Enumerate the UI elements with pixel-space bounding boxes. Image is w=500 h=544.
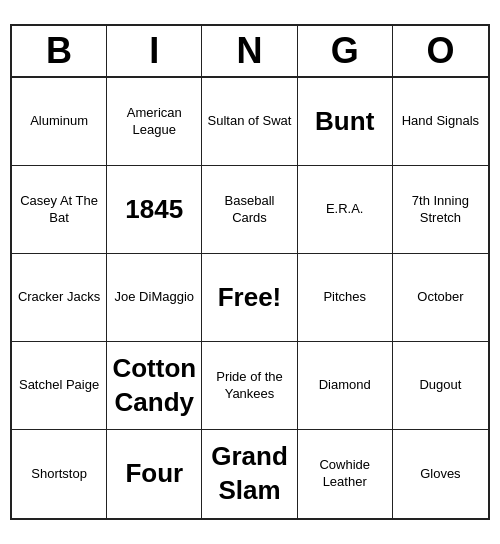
bingo-cell: American League — [107, 78, 202, 166]
bingo-cell: E.R.A. — [298, 166, 393, 254]
bingo-cell: October — [393, 254, 488, 342]
bingo-header-letter: N — [202, 26, 297, 76]
bingo-header-letter: G — [298, 26, 393, 76]
bingo-header-letter: B — [12, 26, 107, 76]
bingo-cell: Gloves — [393, 430, 488, 518]
bingo-header-letter: I — [107, 26, 202, 76]
bingo-header-letter: O — [393, 26, 488, 76]
bingo-grid: AluminumAmerican LeagueSultan of SwatBun… — [12, 78, 488, 518]
bingo-cell: Cowhide Leather — [298, 430, 393, 518]
bingo-cell: Dugout — [393, 342, 488, 430]
bingo-cell: Casey At The Bat — [12, 166, 107, 254]
bingo-cell: Satchel Paige — [12, 342, 107, 430]
bingo-cell: Grand Slam — [202, 430, 297, 518]
bingo-cell: Sultan of Swat — [202, 78, 297, 166]
bingo-card: BINGO AluminumAmerican LeagueSultan of S… — [10, 24, 490, 520]
bingo-cell: 7th Inning Stretch — [393, 166, 488, 254]
bingo-cell: Shortstop — [12, 430, 107, 518]
bingo-cell: Four — [107, 430, 202, 518]
bingo-cell: Cotton Candy — [107, 342, 202, 430]
bingo-cell: Diamond — [298, 342, 393, 430]
bingo-cell: Baseball Cards — [202, 166, 297, 254]
bingo-cell: Free! — [202, 254, 297, 342]
bingo-cell: Hand Signals — [393, 78, 488, 166]
bingo-cell: Pride of the Yankees — [202, 342, 297, 430]
bingo-cell: Aluminum — [12, 78, 107, 166]
bingo-cell: Cracker Jacks — [12, 254, 107, 342]
bingo-cell: 1845 — [107, 166, 202, 254]
bingo-cell: Pitches — [298, 254, 393, 342]
bingo-header: BINGO — [12, 26, 488, 78]
bingo-cell: Bunt — [298, 78, 393, 166]
bingo-cell: Joe DiMaggio — [107, 254, 202, 342]
